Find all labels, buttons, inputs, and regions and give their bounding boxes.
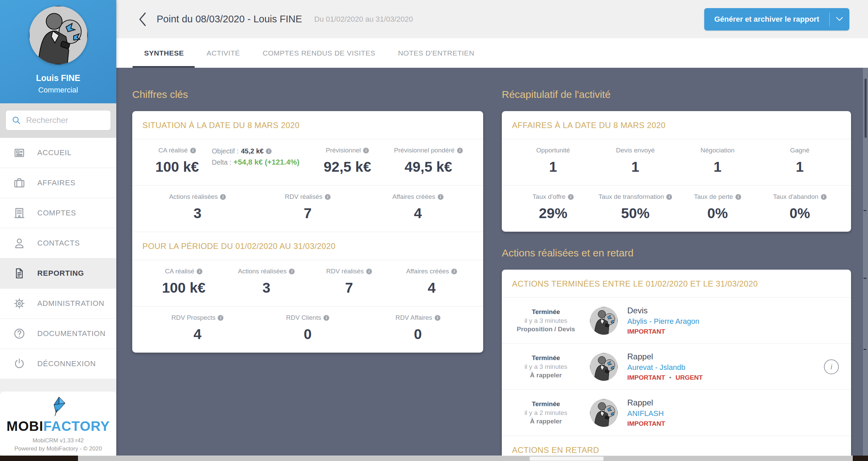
search-box[interactable] <box>5 110 111 130</box>
key-figures-column: Chiffres clés SITUATION À LA DATE DU 8 M… <box>132 89 483 461</box>
info-circle-icon[interactable]: i <box>824 359 839 374</box>
stat-previsionnel: Prévisionneli 92,5 k€ <box>311 147 384 175</box>
building-icon <box>13 207 26 219</box>
stat-taux-abandon: Taux d'abandoni 0% <box>759 193 841 222</box>
app-version: MobiCRM v1.33 r42 <box>3 437 113 444</box>
info-icon[interactable]: i <box>220 194 226 200</box>
situation-header: SITUATION À LA DATE DU 8 MARS 2020 <box>132 111 483 139</box>
tab-activite[interactable]: ACTIVITÉ <box>206 38 240 68</box>
account-contact-link[interactable]: Abylis - Pierre Aragon <box>627 317 699 326</box>
scrollbar-thumb[interactable] <box>865 79 867 138</box>
info-icon[interactable]: i <box>363 148 369 153</box>
info-icon[interactable]: i <box>451 269 457 274</box>
action-row-rappel-aurevat[interactable]: Terminée il y a 3 minutes À rappeler Rap… <box>502 344 851 390</box>
info-icon[interactable]: i <box>821 194 827 200</box>
info-icon[interactable]: i <box>666 194 672 200</box>
delta-value: +54,8 k€ (+121.4%) <box>234 158 299 167</box>
profile-panel: Louis FINE Commercial <box>0 0 116 103</box>
stat-rdv-clients: RDV Clientsi 0 <box>253 314 363 342</box>
tag-separator: • <box>669 374 672 381</box>
tag-important: IMPORTANT <box>627 420 665 427</box>
sidebar-item-reporting[interactable]: REPORTING <box>0 258 116 289</box>
dock-item <box>530 457 604 461</box>
tab-synthese[interactable]: SYNTHESE <box>144 38 184 68</box>
tab-comptes-rendus[interactable]: COMPTES RENDUS DE VISITES <box>263 38 375 68</box>
search-icon <box>11 115 21 125</box>
sidebar-item-contacts[interactable]: CONTACTS <box>0 228 116 258</box>
report-content: Chiffres clés SITUATION À LA DATE DU 8 M… <box>116 68 868 461</box>
section-title-chiffres-cles: Chiffres clés <box>132 89 483 100</box>
info-icon[interactable]: i <box>568 194 574 200</box>
main-area: Point du 08/03/2020 - Louis FINE Du 01/0… <box>116 0 868 461</box>
stat-affaires-creees-periode: Affaires crééesi 4 <box>390 268 473 296</box>
profile-name: Louis FINE <box>36 73 80 83</box>
dock-bar <box>78 456 853 461</box>
info-icon[interactable]: i <box>325 194 331 200</box>
stat-rdv-prospects: RDV Prospectsi 4 <box>142 314 253 342</box>
info-icon[interactable]: i <box>438 194 443 200</box>
action-details: Rappel Aurevat - Jslandb IMPORTANT • URG… <box>627 352 841 381</box>
newspaper-icon <box>13 146 26 159</box>
tab-notes-entretien[interactable]: NOTES D'ENTRETIEN <box>398 38 474 68</box>
tab-bar: SYNTHESE ACTIVITÉ COMPTES RENDUS DE VISI… <box>116 38 868 68</box>
action-row-rappel-aniflash[interactable]: Terminée il y a 2 minutes À rappeler Rap… <box>502 390 851 436</box>
action-status: Terminée il y a 3 minutes Proposition / … <box>512 308 580 334</box>
stat-affaires-creees: Affaires crééesi 4 <box>363 193 473 222</box>
account-contact-link[interactable]: ANIFLASH <box>627 409 664 418</box>
info-icon[interactable]: i <box>323 315 329 321</box>
sidebar-item-administration[interactable]: ADMINISTRATION <box>0 289 116 319</box>
sidebar-item-accueil[interactable]: ACCUEIL <box>0 138 116 168</box>
section-title-actions: Actions réalisées et en retard <box>502 247 851 259</box>
info-icon[interactable]: i <box>190 148 196 153</box>
desktop-dock-sliver <box>0 456 868 461</box>
person-icon <box>13 237 26 250</box>
mobicrm-app-window: Louis FINE Commercial ACCUEIL AFFAIRES C… <box>0 0 868 461</box>
info-icon[interactable]: i <box>435 315 440 321</box>
account-contact-link[interactable]: Aurevat - Jslandb <box>627 363 685 372</box>
activity-column: Récapitulatif de l'activité AFFAIRES À L… <box>502 89 851 461</box>
help-circle-icon <box>13 327 26 340</box>
info-icon[interactable]: i <box>266 148 272 154</box>
action-details: Rappel ANIFLASH IMPORTANT <box>627 398 841 427</box>
stat-gagne: Gagné 1 <box>759 147 841 175</box>
key-figures-card: SITUATION À LA DATE DU 8 MARS 2020 CA ré… <box>132 111 483 353</box>
copyright-line: Powered by MobiFactory - © 2020 <box>3 445 113 452</box>
stat-taux-transformation: Taux de transformationi 50% <box>594 193 677 222</box>
tag-urgent: URGENT <box>675 374 703 381</box>
mobifactory-bird-logo-icon <box>47 412 70 418</box>
period-header: POUR LA PÉRIODE DU 01/02/2020 AU 31/03/2… <box>132 232 483 260</box>
search-input[interactable] <box>26 116 131 125</box>
activity-summary-card: AFFAIRES À LA DATE DU 8 MARS 2020 Opport… <box>502 111 851 232</box>
background-window-edge <box>863 68 868 456</box>
info-icon[interactable]: i <box>218 315 223 321</box>
stat-rdv-realises: RDV réalisési 7 <box>253 193 363 222</box>
rates-row: Taux d'offrei 29% Taux de transformation… <box>502 186 851 232</box>
info-icon[interactable]: i <box>366 269 372 274</box>
sidebar: Louis FINE Commercial ACCUEIL AFFAIRES C… <box>0 0 116 461</box>
generate-report-button[interactable]: Générer et archiver le rapport <box>704 8 849 30</box>
chevron-left-icon <box>138 12 147 27</box>
chevron-down-icon[interactable] <box>830 17 849 21</box>
sidebar-item-documentation[interactable]: DOCUMENTATION <box>0 319 116 349</box>
stat-negociation: Négociation 1 <box>676 147 759 175</box>
stat-taux-offre: Taux d'offrei 29% <box>512 193 594 222</box>
info-icon[interactable]: i <box>735 194 741 200</box>
stat-opportunite: Opportunité 1 <box>512 147 594 175</box>
tag-important: IMPORTANT <box>627 374 665 381</box>
sidebar-item-affaires[interactable]: AFFAIRES <box>0 168 116 198</box>
page-header: Point du 08/03/2020 - Louis FINE Du 01/0… <box>116 0 868 38</box>
actions-done-header: ACTIONS TERMINÉES ENTRE LE 01/02/2020 ET… <box>502 270 851 297</box>
sidebar-item-comptes[interactable]: COMPTES <box>0 198 116 228</box>
info-icon[interactable]: i <box>289 269 295 274</box>
sidebar-item-deconnexion[interactable]: DÉCONNEXION <box>0 349 116 379</box>
back-button[interactable] <box>136 11 149 27</box>
period-row-1: CA réaliséi 100 k€ Actions réaliséesi 3 … <box>132 260 483 306</box>
profile-role: Commercial <box>38 86 78 95</box>
stat-actions-realisees-periode: Actions réaliséesi 3 <box>225 268 308 296</box>
info-icon[interactable]: i <box>197 269 202 274</box>
situation-row-2: Actions réaliséesi 3 RDV réalisési 7 Aff… <box>132 186 483 232</box>
action-status: Terminée il y a 3 minutes À rappeler <box>512 354 580 380</box>
gear-icon <box>13 297 26 310</box>
info-icon[interactable]: i <box>457 148 463 153</box>
action-row-devis-abylis[interactable]: Terminée il y a 3 minutes Proposition / … <box>502 298 851 343</box>
